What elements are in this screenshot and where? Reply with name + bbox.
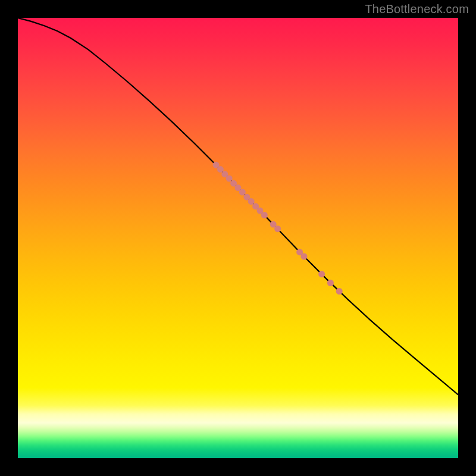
chart-frame: TheBottleneck.com	[0, 0, 476, 476]
curve-marker	[318, 271, 325, 277]
plot-area	[18, 18, 458, 458]
chart-svg	[18, 18, 458, 458]
curve-marker	[327, 280, 334, 286]
curve-marker	[274, 226, 281, 232]
curve-marker	[301, 253, 308, 260]
curve-marker	[336, 288, 343, 295]
main-curve	[18, 18, 458, 394]
curve-marker	[217, 166, 224, 173]
curve-marker	[226, 176, 233, 182]
curve-marker	[248, 198, 255, 205]
curve-markers	[213, 162, 343, 295]
curve-marker	[239, 189, 246, 196]
watermark-text: TheBottleneck.com	[365, 2, 469, 16]
curve-marker	[261, 212, 268, 218]
